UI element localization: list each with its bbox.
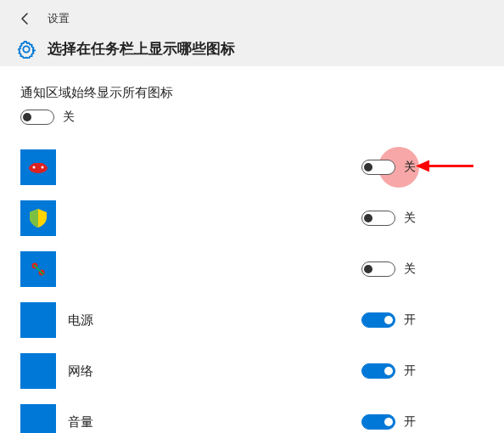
icon-list: 关关关电源开网络开音量开 [20, 142, 484, 433]
master-toggle-label: 通知区域始终显示所有图标 [20, 85, 484, 101]
toggle-app2[interactable] [361, 211, 395, 226]
toggle-state-label: 关 [404, 160, 416, 175]
toggle-state-label: 关 [404, 211, 416, 226]
svg-point-2 [33, 166, 36, 169]
icon-row-label: 音量 [68, 414, 93, 430]
arrow-left-icon [19, 12, 32, 25]
toggle-app3[interactable] [361, 261, 395, 277]
icon-row-volume: 音量开 [20, 396, 484, 433]
header-bar: 设置 选择在任务栏上显示哪些图标 [0, 0, 504, 66]
gear-icon [17, 40, 36, 59]
master-toggle[interactable] [20, 110, 54, 125]
annotation-arrow-icon [416, 158, 475, 177]
master-toggle-state: 关 [63, 110, 75, 125]
page-title: 选择在任务栏上显示哪些图标 [48, 39, 235, 59]
icon-row-label: 电源 [68, 312, 93, 329]
icon-row-label: 网络 [68, 363, 93, 380]
header-title-row: 选择在任务栏上显示哪些图标 [17, 39, 490, 59]
back-button[interactable] [17, 10, 34, 27]
svg-point-3 [42, 166, 44, 169]
app3-icon [20, 251, 56, 287]
settings-label: 设置 [48, 11, 70, 26]
toggle-group: 关 [361, 261, 416, 277]
toggle-network[interactable] [361, 363, 395, 379]
toggle-app1[interactable] [361, 160, 395, 175]
svg-marker-5 [416, 160, 429, 172]
network-icon [20, 353, 56, 389]
volume-icon [20, 404, 56, 433]
power-icon [20, 302, 56, 338]
icon-row-app2: 关 [20, 193, 484, 244]
toggle-state-label: 开 [404, 312, 416, 328]
toggle-group: 关 [361, 160, 416, 175]
icon-row-app3: 关 [20, 244, 484, 295]
toggle-power[interactable] [361, 312, 395, 328]
app2-icon [20, 200, 56, 236]
toggle-group: 开 [361, 363, 416, 379]
toggle-state-label: 关 [404, 261, 416, 277]
toggle-group: 开 [361, 312, 416, 328]
app1-icon [20, 149, 56, 185]
content-area: 通知区域始终显示所有图标 关 关关关电源开网络开音量开 [0, 66, 504, 433]
master-toggle-row: 关 [20, 110, 484, 125]
icon-row-app1: 关 [20, 142, 484, 193]
toggle-volume[interactable] [361, 414, 395, 430]
icon-row-power: 电源开 [20, 295, 484, 346]
toggle-state-label: 开 [404, 414, 416, 430]
icon-row-network: 网络开 [20, 346, 484, 396]
toggle-state-label: 开 [404, 363, 416, 379]
toggle-group: 关 [361, 211, 416, 226]
header-top-row: 设置 [17, 7, 490, 31]
toggle-group: 开 [361, 414, 416, 430]
